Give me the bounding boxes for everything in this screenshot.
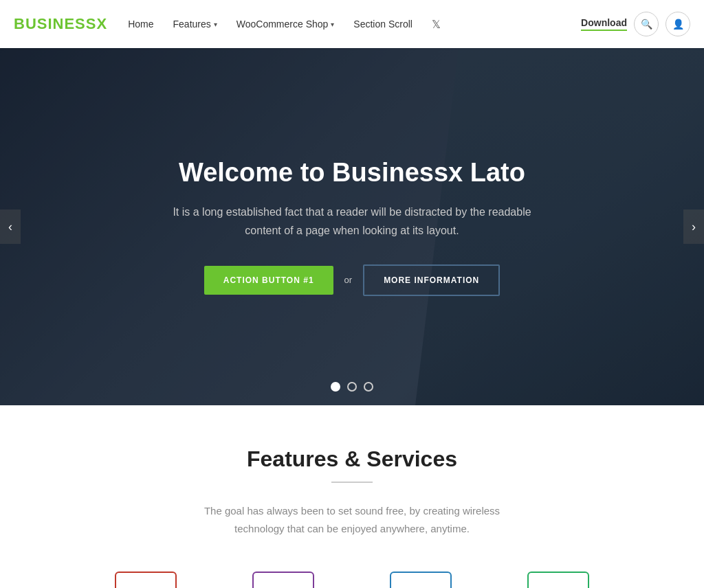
feature-item-3: Pick Something: [510, 572, 606, 588]
button-or-label: or: [344, 275, 353, 285]
features-subtitle: The goal has always been to set sound fr…: [187, 502, 517, 537]
search-icon: 🔍: [641, 19, 652, 30]
nav-section-scroll[interactable]: Section Scroll: [353, 19, 412, 30]
features-title: Features & Services: [28, 446, 676, 472]
features-divider: [331, 482, 373, 483]
feature-icon-box-burgers: ☰: [115, 572, 177, 588]
chevron-right-icon: ›: [692, 220, 696, 234]
hero-section: ‹ Welcome to Businessx Lato It is a long…: [0, 48, 704, 405]
nav-links: Home Features ▾ WooCommerce Shop ▾ Secti…: [128, 18, 581, 31]
feature-item-1: ⬇ Download Icon: [235, 572, 331, 588]
hero-subtitle: It is a long established fact that a rea…: [160, 203, 544, 240]
hero-prev-arrow[interactable]: ‹: [0, 210, 21, 244]
hero-content: Welcome to Businessx Lato It is a long e…: [0, 48, 704, 405]
features-arrow-icon: ▾: [214, 21, 217, 28]
nav-features[interactable]: Features ▾: [173, 19, 217, 30]
chevron-left-icon: ‹: [8, 220, 12, 234]
twitter-icon[interactable]: 𝕏: [432, 18, 441, 31]
features-grid: ☰ Three Burgers ⬇ Download Icon Media El…: [28, 572, 676, 588]
shop-arrow-icon: ▾: [331, 21, 334, 28]
slide-dot-1[interactable]: [331, 382, 340, 392]
navbar: BUSINESSX Home Features ▾ WooCommerce Sh…: [0, 0, 704, 48]
brand-name-prefix: BUSINESS: [14, 15, 96, 32]
slide-dot-2[interactable]: [347, 382, 357, 392]
nav-download-link[interactable]: Download: [581, 17, 627, 31]
nav-home[interactable]: Home: [128, 19, 153, 30]
search-button[interactable]: 🔍: [634, 12, 659, 36]
hero-slide-dots: [331, 382, 373, 392]
hero-next-arrow[interactable]: ›: [683, 210, 704, 244]
hero-title: Welcome to Businessx Lato: [179, 157, 525, 189]
user-account-button[interactable]: 👤: [666, 12, 690, 36]
feature-icon-box-media: [390, 572, 452, 588]
feature-item-0: ☰ Three Burgers: [98, 572, 194, 588]
feature-icon-box-pick: [527, 572, 589, 588]
nav-shop[interactable]: WooCommerce Shop ▾: [236, 19, 335, 30]
features-section: Features & Services The goal has always …: [0, 405, 704, 588]
user-icon: 👤: [672, 19, 684, 30]
action-button-1[interactable]: ACTION BUTTON #1: [204, 266, 333, 295]
slide-dot-3[interactable]: [364, 382, 373, 392]
feature-item-2: Media Element: [373, 572, 469, 588]
brand-logo[interactable]: BUSINESSX: [14, 15, 107, 33]
feature-icon-box-download: ⬇: [252, 572, 314, 588]
hero-buttons: ACTION BUTTON #1 or MORE INFORMATION: [204, 264, 500, 296]
nav-right-actions: Download 🔍 👤: [581, 12, 690, 36]
brand-name-suffix: X: [96, 15, 107, 32]
more-info-button[interactable]: MORE INFORMATION: [363, 264, 500, 296]
